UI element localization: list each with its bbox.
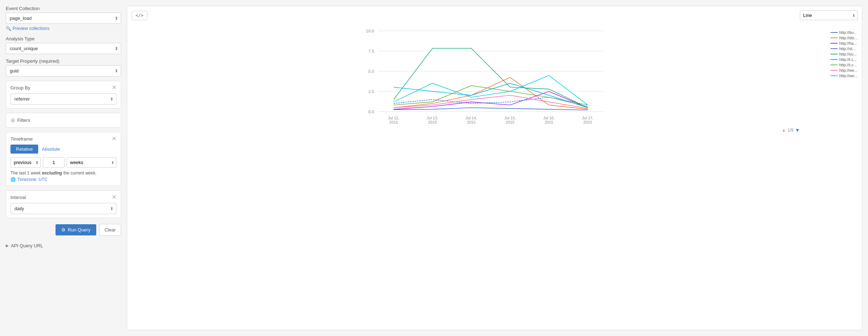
legend-color-2: [831, 37, 838, 38]
api-query-url-label: API Query URL: [11, 243, 43, 248]
timeframe-close-icon[interactable]: ✕: [112, 136, 116, 142]
legend-item-9: http://we...: [831, 74, 858, 78]
legend-label-5: http://su...: [839, 52, 856, 56]
chart-area: 10.0 7.5 5.0 2.5 0.0 Jul 12, 2015 Jul 13…: [132, 23, 858, 124]
search-icon: 🔍: [6, 26, 11, 31]
timezone-text: Timezone: UTC: [17, 177, 48, 182]
analysis-type-label: Analysis Type: [6, 36, 121, 41]
svg-text:7.5: 7.5: [368, 49, 375, 54]
timeframe-description: The last 1 week excluding the current we…: [10, 171, 116, 176]
svg-text:Jul 14,: Jul 14,: [466, 116, 477, 120]
interval-label: Interval: [10, 195, 26, 200]
absolute-tab[interactable]: Absolute: [40, 145, 62, 154]
legend-label-3: http://ha...: [839, 41, 857, 45]
event-collection-group: Event Collection page_load page_view cli…: [6, 6, 121, 32]
timeframe-suffix: the current week.: [63, 171, 97, 176]
legend-color-6: [831, 59, 838, 60]
run-query-button[interactable]: ⚙ Run Query: [56, 224, 96, 235]
api-query-url-row[interactable]: ▶ API Query URL: [6, 240, 121, 251]
svg-text:10.0: 10.0: [366, 28, 374, 34]
legend-label-4: http://st...: [839, 47, 855, 51]
pagination-row: ▲ 1/9 ▼: [132, 127, 858, 133]
legend-label-9: http://we...: [839, 74, 858, 78]
group-by-select-wrapper: referrer url browser: [10, 93, 116, 105]
legend-color-7: [831, 65, 838, 65]
weeks-select-wrapper: minutes hours days weeks months: [67, 157, 116, 168]
timeframe-label: Timeframe: [10, 136, 33, 142]
preview-collections-text: Preview collections: [13, 26, 49, 31]
timezone-link[interactable]: 🌐 Timezone: UTC: [10, 177, 116, 182]
group-by-label: Group By: [10, 85, 30, 90]
next-page-arrow[interactable]: ▼: [795, 127, 800, 133]
analysis-type-select-wrapper: count_unique count sum average: [6, 43, 121, 54]
legend-label-7: http://t.c...: [839, 63, 856, 67]
legend-color-9: [831, 75, 838, 76]
target-property-label: Target Property (required): [6, 58, 121, 64]
group-by-header: Group By ✕: [10, 85, 116, 90]
timeframe-number-input[interactable]: [43, 157, 65, 168]
legend-item-7: http://t.c...: [831, 63, 858, 67]
action-row: ⚙ Run Query Clear: [6, 224, 121, 236]
chart-legend: http://bu... http://dis... http://ha... …: [831, 30, 858, 78]
legend-item-8: http://we...: [831, 68, 858, 72]
legend-label-8: http://we...: [839, 68, 858, 72]
relative-tab[interactable]: Relative: [10, 145, 38, 154]
globe-icon: 🌐: [10, 177, 16, 182]
event-collection-select-wrapper: page_load page_view click: [6, 13, 121, 24]
timeframe-header: Timeframe ✕: [10, 136, 116, 142]
svg-text:0.0: 0.0: [368, 109, 375, 114]
right-panel: </> Line Bar Area Table 10.0: [127, 6, 862, 330]
svg-text:2015: 2015: [545, 120, 553, 124]
preview-collections-link[interactable]: 🔍 Preview collections: [6, 25, 121, 32]
svg-text:Jul 12,: Jul 12,: [388, 116, 399, 120]
svg-text:2.5: 2.5: [368, 89, 375, 94]
legend-color-4: [831, 48, 838, 49]
target-property-select-wrapper: guid referrer url: [6, 65, 121, 76]
analysis-type-group: Analysis Type count_unique count sum ave…: [6, 36, 121, 54]
main-layout: Event Collection page_load page_view cli…: [0, 0, 868, 336]
chart-type-select-wrapper: Line Bar Area Table: [800, 10, 858, 20]
svg-text:2015: 2015: [584, 120, 592, 124]
target-property-group: Target Property (required) guid referrer…: [6, 58, 121, 76]
legend-label-6: http://t.c...: [839, 57, 856, 62]
filters-row[interactable]: ⊕ Filters: [6, 113, 121, 128]
interval-close-icon[interactable]: ✕: [112, 194, 116, 200]
interval-section: Interval ✕ minutely hourly daily weekly …: [6, 190, 121, 218]
filters-label: Filters: [17, 118, 30, 123]
timeframe-section: Timeframe ✕ Relative Absolute previous t…: [6, 132, 121, 186]
legend-color-8: [831, 70, 838, 71]
event-collection-label: Event Collection: [6, 6, 121, 11]
legend-color-1: [831, 32, 838, 33]
left-panel: Event Collection page_load page_view cli…: [6, 6, 121, 330]
legend-item-6: http://t.c...: [831, 57, 858, 62]
svg-text:Jul 16,: Jul 16,: [543, 116, 555, 120]
clear-button[interactable]: Clear: [99, 224, 121, 236]
group-by-close-icon[interactable]: ✕: [112, 85, 116, 90]
run-query-label: Run Query: [68, 227, 90, 233]
svg-text:2015: 2015: [389, 120, 398, 124]
prev-page-arrow[interactable]: ▲: [782, 128, 786, 133]
event-collection-select[interactable]: page_load page_view click: [6, 13, 121, 24]
target-property-select[interactable]: guid referrer url: [6, 65, 121, 76]
group-by-select[interactable]: referrer url browser: [10, 93, 116, 105]
timeframe-inputs: previous this last ⬍ minutes hours days …: [10, 157, 116, 168]
svg-text:Jul 13,: Jul 13,: [427, 116, 438, 120]
legend-item-3: http://ha...: [831, 41, 858, 45]
code-button[interactable]: </>: [132, 11, 147, 20]
legend-label-2: http://dis...: [839, 36, 858, 40]
legend-label-1: http://bu...: [839, 30, 857, 35]
interval-select[interactable]: minutely hourly daily weekly monthly: [10, 203, 116, 214]
svg-text:2015: 2015: [428, 120, 437, 124]
previous-select[interactable]: previous this last: [10, 157, 41, 168]
svg-text:2015: 2015: [467, 120, 475, 124]
interval-select-wrapper: minutely hourly daily weekly monthly: [10, 203, 116, 214]
svg-text:Jul 15,: Jul 15,: [504, 116, 516, 120]
legend-item-2: http://dis...: [831, 36, 858, 40]
weeks-select[interactable]: minutes hours days weeks months: [67, 157, 116, 168]
legend-color-5: [831, 54, 838, 54]
svg-text:2015: 2015: [506, 120, 514, 124]
chart-type-select[interactable]: Line Bar Area Table: [800, 10, 858, 20]
analysis-type-select[interactable]: count_unique count sum average: [6, 43, 121, 54]
chart-toolbar: </> Line Bar Area Table: [132, 10, 858, 20]
legend-color-3: [831, 43, 838, 44]
